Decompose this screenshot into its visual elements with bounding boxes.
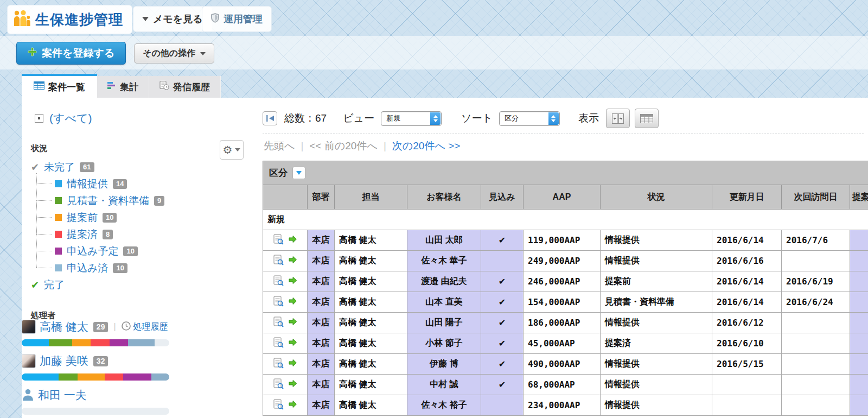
- customer-cell: 山田 陽子: [407, 313, 481, 333]
- preview-icon[interactable]: [273, 296, 284, 309]
- open-record-icon[interactable]: [288, 255, 297, 267]
- status-label: 申込み予定: [67, 244, 118, 258]
- bar-segment: [78, 373, 105, 381]
- table-row: 本店高橋 健太伊藤 博✔490,000AAP情報提供2016/5/15: [263, 354, 868, 375]
- customer-cell: 山本 直美: [407, 292, 481, 313]
- view-label: ビュー: [343, 111, 374, 125]
- memo-button[interactable]: メモを見る: [133, 6, 212, 32]
- pagination-next-link[interactable]: 次の20件へ >>: [392, 139, 461, 153]
- bar-chart-icon: [107, 81, 116, 92]
- records-table: 部署担当お客様名見込みAAP状況更新月日次回訪問日提案日 新規 本店高橋 健太山…: [263, 185, 868, 416]
- preview-icon[interactable]: [273, 399, 284, 412]
- status-tree-children: 情報提供14見積書・資料準備9提案前10提案済8申込み予定10申込み済10: [36, 175, 164, 276]
- collapse-sidebar-button[interactable]: [263, 111, 277, 125]
- more-actions-button[interactable]: その他の操作: [134, 43, 214, 64]
- column-header[interactable]: 更新月日: [712, 185, 782, 210]
- count-badge: 32: [93, 356, 108, 366]
- filter-dropdown-button[interactable]: [292, 167, 305, 179]
- preview-icon[interactable]: [273, 358, 284, 371]
- tree-item-status[interactable]: 見積書・資料準備9: [55, 192, 164, 209]
- preview-icon[interactable]: [273, 255, 284, 268]
- aap-cell: 68,000AAP: [524, 375, 601, 395]
- app-title: 生保進捗管理: [35, 10, 123, 29]
- open-record-icon[interactable]: [288, 296, 297, 308]
- tab-summary[interactable]: 集計: [97, 76, 149, 98]
- column-header[interactable]: お客様名: [407, 185, 481, 210]
- assignee-name-link[interactable]: 高橋 健太: [40, 319, 88, 334]
- aap-cell: 119,000AAP: [524, 230, 601, 251]
- preview-icon[interactable]: [273, 378, 284, 391]
- table-view-button[interactable]: [635, 109, 659, 128]
- column-header[interactable]: 次回訪問日: [782, 185, 850, 210]
- open-record-icon[interactable]: [288, 235, 297, 246]
- view-select[interactable]: 新規: [381, 111, 442, 126]
- bar-segment: [22, 373, 59, 381]
- preview-icon[interactable]: [273, 234, 284, 247]
- history-link[interactable]: 処理履歴: [122, 321, 168, 333]
- updated-date-cell: 2016/6/16: [712, 251, 782, 271]
- column-header[interactable]: 担当: [335, 185, 407, 210]
- split-pane-icon: [612, 113, 624, 124]
- sort-select[interactable]: 区分: [499, 111, 560, 126]
- bar-segment: [105, 373, 123, 381]
- column-header[interactable]: 状況: [601, 185, 712, 210]
- group-header: 新規: [263, 210, 868, 230]
- open-record-icon[interactable]: [288, 400, 297, 411]
- caret-down-icon: [235, 148, 240, 151]
- open-record-icon[interactable]: [288, 338, 297, 349]
- app-window: 生保進捗管理 メモを見る 運用管理 案件を登録する その他の操作: [0, 0, 868, 418]
- tree-item-complete[interactable]: ✔ 完了: [31, 276, 164, 293]
- preview-icon[interactable]: [273, 337, 284, 350]
- record-list: 区分 部署担当お客様名見込みAAP状況更新月日次回訪問日提案日 新規 本店高橋 …: [263, 161, 868, 418]
- tab-case-list[interactable]: 案件一覧: [22, 74, 97, 98]
- row-actions-cell: [263, 292, 308, 313]
- column-header[interactable]: 見込み: [481, 185, 524, 210]
- status-color-square-icon: [55, 231, 62, 238]
- tab-call-history[interactable]: 発信履歴: [149, 76, 221, 98]
- count-badge: 29: [93, 322, 108, 332]
- open-record-icon[interactable]: [288, 317, 297, 328]
- sidebar-item-all[interactable]: (すべて): [35, 111, 92, 126]
- dept-cell: 本店: [308, 271, 335, 292]
- tree-item-incomplete[interactable]: ✔ 未完了 61: [31, 159, 164, 175]
- person-cell: 高橋 健太: [335, 251, 407, 271]
- tree-item-status[interactable]: 提案済8: [55, 226, 164, 243]
- updated-date-cell: 2016/6/12: [712, 313, 782, 333]
- assignee-name-link[interactable]: 加藤 美咲: [40, 353, 88, 369]
- preview-icon[interactable]: [273, 275, 284, 288]
- column-header[interactable]: 部署: [308, 185, 335, 210]
- bar-segment: [91, 339, 110, 346]
- tree-item-status[interactable]: 提案前10: [55, 209, 164, 226]
- person-cell: 高橋 健太: [335, 354, 407, 375]
- caret-down-icon: [142, 17, 149, 21]
- column-header[interactable]: 提案日: [850, 185, 868, 210]
- settings-dropdown-button[interactable]: ⚙: [220, 140, 244, 160]
- status-color-square-icon: [55, 180, 62, 187]
- proposal-cell: [850, 313, 868, 333]
- count-badge: 10: [113, 263, 127, 273]
- table-row: 本店高橋 健太渡邉 由紀夫✔246,000AAP提案前2016/6/142016…: [263, 271, 868, 292]
- sidebar: (すべて) 状況 ⚙ ✔ 未完了 61 情報提供14見積書・資料準備9提案前10…: [22, 98, 263, 418]
- list-toolbar: 総数： 67 ビュー 新規 ソート 区分 表示: [263, 107, 659, 129]
- tree-expand-icon[interactable]: [35, 114, 43, 123]
- tree-item-status[interactable]: 申込み予定10: [55, 243, 164, 259]
- open-record-icon[interactable]: [288, 276, 297, 287]
- tree-item-status[interactable]: 申込み済10: [55, 259, 164, 276]
- assignee-name-link[interactable]: 和田 一夫: [38, 388, 87, 403]
- admin-button[interactable]: 運用管理: [202, 6, 272, 32]
- preview-icon[interactable]: [273, 316, 284, 330]
- tree-item-status[interactable]: 情報提供14: [55, 175, 164, 192]
- updated-date-cell: 2016/6/14: [712, 230, 782, 251]
- status-section-label: 状況: [31, 143, 47, 154]
- prospect-cell: ✔: [481, 313, 524, 333]
- aap-cell: 490,000AAP: [524, 354, 601, 375]
- pagination-prev-link[interactable]: << 前の20件へ: [309, 139, 378, 153]
- open-record-icon[interactable]: [288, 379, 297, 390]
- register-case-button[interactable]: 案件を登録する: [16, 42, 126, 65]
- open-record-icon[interactable]: [288, 358, 297, 370]
- pagination-first-link[interactable]: 先頭へ: [264, 139, 295, 153]
- split-view-button[interactable]: [606, 109, 630, 128]
- bar-segment: [151, 373, 169, 381]
- table-row: 本店高橋 健太山本 直美✔154,000AAP見積書・資料準備2016/6/14…: [263, 292, 868, 313]
- column-header[interactable]: AAP: [524, 185, 601, 210]
